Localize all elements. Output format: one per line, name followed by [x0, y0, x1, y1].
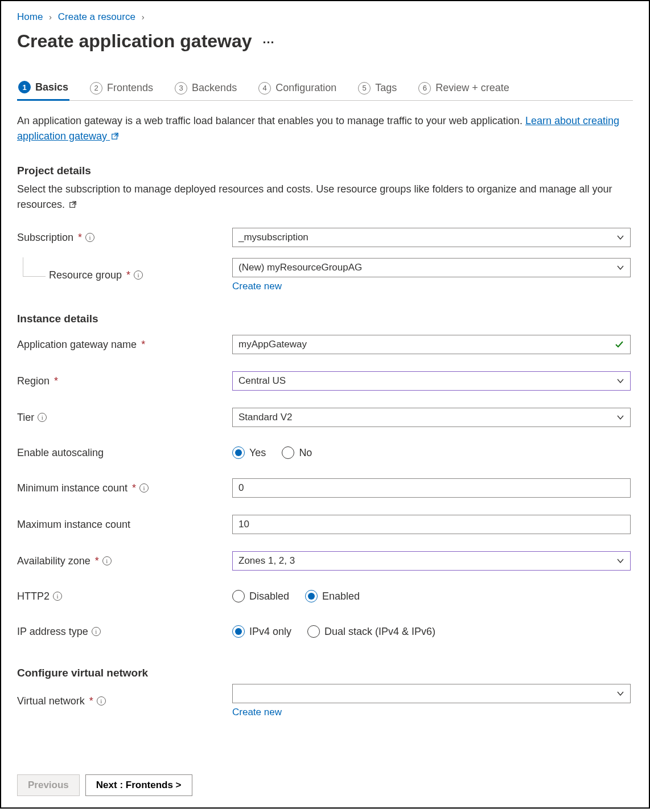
section-virtual-network: Configure virtual network [17, 667, 633, 679]
previous-button: Previous [17, 774, 80, 796]
indent-line-icon [23, 257, 46, 277]
tab-label: Basics [35, 81, 68, 93]
autoscaling-no-radio[interactable]: No [282, 446, 312, 459]
info-icon[interactable]: i [92, 627, 101, 636]
resource-group-select[interactable]: (New) myResourceGroupAG [232, 258, 631, 277]
radio-label: Dual stack (IPv4 & IPv6) [324, 626, 435, 638]
wizard-tabs: 1 Basics 2 Frontends 3 Backends 4 Config… [17, 80, 633, 101]
chevron-down-icon [616, 264, 624, 272]
checkmark-icon [614, 339, 624, 350]
intro-text: An application gateway is a web traffic … [17, 113, 633, 144]
radio-label: Yes [249, 447, 266, 459]
radio-icon [305, 590, 318, 602]
tab-tags[interactable]: 5 Tags [357, 81, 398, 101]
info-icon[interactable]: i [85, 233, 94, 242]
tab-label: Configuration [275, 82, 336, 94]
create-new-vnet-link[interactable]: Create new [232, 707, 282, 718]
chevron-down-icon [616, 377, 624, 385]
resource-group-value: (New) myResourceGroupAG [238, 262, 362, 273]
next-button[interactable]: Next : Frontends > [85, 774, 192, 796]
more-menu-icon[interactable]: … [262, 32, 276, 47]
label-http2: HTTP2 i [17, 590, 232, 602]
label-ip-type: IP address type i [17, 626, 232, 638]
ip-ipv4only-radio[interactable]: IPv4 only [232, 625, 291, 638]
info-icon[interactable]: i [53, 592, 62, 601]
max-instance-input[interactable]: 10 [232, 515, 631, 534]
tab-label: Frontends [107, 82, 153, 94]
chevron-down-icon [616, 233, 624, 241]
radio-label: Disabled [249, 590, 289, 602]
radio-label: No [299, 447, 312, 459]
page-title: Create application gateway … [17, 31, 633, 52]
region-value: Central US [238, 375, 286, 387]
info-icon[interactable]: i [102, 556, 112, 565]
label-resource-group: Resource group* i [17, 269, 232, 281]
subscription-select[interactable]: _mysubscription [232, 228, 631, 247]
tier-select[interactable]: Standard V2 [232, 408, 631, 427]
ip-type-radio-group: IPv4 only Dual stack (IPv4 & IPv6) [232, 625, 631, 638]
max-instance-value: 10 [238, 519, 249, 530]
external-link-icon [111, 132, 119, 140]
info-icon[interactable]: i [97, 696, 106, 706]
radio-icon [232, 625, 245, 638]
chevron-down-icon [616, 690, 624, 698]
chevron-right-icon: › [142, 12, 145, 22]
label-region: Region* [17, 375, 232, 387]
tab-step-number: 1 [18, 81, 31, 93]
tier-value: Standard V2 [238, 412, 293, 423]
tab-label: Backends [192, 82, 237, 94]
info-icon[interactable]: i [38, 413, 47, 422]
http2-disabled-radio[interactable]: Disabled [232, 590, 289, 602]
min-instance-value: 0 [238, 482, 244, 494]
chevron-down-icon [616, 557, 624, 565]
tab-step-number: 4 [258, 82, 271, 95]
breadcrumb-create-resource[interactable]: Create a resource [58, 11, 135, 22]
tab-step-number: 6 [418, 82, 431, 95]
radio-label: Enabled [322, 590, 360, 602]
label-tier: Tier i [17, 412, 232, 424]
external-link-icon [69, 200, 77, 208]
breadcrumb-home[interactable]: Home [17, 11, 43, 22]
tab-frontends[interactable]: 2 Frontends [89, 81, 154, 101]
label-gateway-name: Application gateway name* [17, 339, 232, 351]
info-icon[interactable]: i [134, 270, 143, 280]
section-project-details: Project details [17, 165, 633, 177]
tab-step-number: 5 [358, 82, 371, 95]
label-max-instance-count: Maximum instance count [17, 519, 232, 531]
section-instance-details: Instance details [17, 313, 633, 325]
tab-step-number: 3 [175, 82, 187, 95]
tab-step-number: 2 [90, 82, 102, 95]
radio-icon [282, 446, 294, 459]
chevron-down-icon [616, 413, 624, 421]
page-title-text: Create application gateway [17, 31, 252, 52]
info-icon[interactable]: i [139, 483, 149, 493]
create-new-resource-group-link[interactable]: Create new [232, 281, 282, 292]
virtual-network-select[interactable] [232, 684, 631, 703]
gateway-name-value: myAppGateway [238, 339, 307, 350]
chevron-right-icon: › [49, 12, 52, 22]
project-details-desc: Select the subscription to manage deploy… [17, 182, 633, 212]
label-autoscaling: Enable autoscaling [17, 447, 232, 459]
autoscaling-yes-radio[interactable]: Yes [232, 446, 266, 459]
tab-backends[interactable]: 3 Backends [174, 81, 238, 101]
label-min-instance-count: Minimum instance count* i [17, 482, 232, 494]
intro-text-body: An application gateway is a web traffic … [17, 115, 525, 126]
gateway-name-input[interactable]: myAppGateway [232, 335, 631, 354]
tab-basics[interactable]: 1 Basics [17, 81, 69, 101]
project-details-desc-text: Select the subscription to manage deploy… [17, 183, 612, 210]
label-availability-zone: Availability zone* i [17, 555, 232, 567]
availability-zone-select[interactable]: Zones 1, 2, 3 [232, 551, 631, 571]
wizard-footer: Previous Next : Frontends > [17, 752, 633, 796]
radio-icon [232, 446, 245, 459]
label-subscription: Subscription* i [17, 232, 232, 244]
radio-label: IPv4 only [249, 626, 291, 638]
ip-dualstack-radio[interactable]: Dual stack (IPv4 & IPv6) [307, 625, 435, 638]
min-instance-input[interactable]: 0 [232, 478, 631, 498]
region-select[interactable]: Central US [232, 371, 631, 391]
label-virtual-network: Virtual network* i [17, 695, 232, 707]
breadcrumb: Home › Create a resource › [17, 11, 633, 23]
tab-configuration[interactable]: 4 Configuration [257, 81, 338, 101]
autoscaling-radio-group: Yes No [232, 446, 631, 459]
tab-review-create[interactable]: 6 Review + create [417, 81, 511, 101]
http2-enabled-radio[interactable]: Enabled [305, 590, 360, 602]
